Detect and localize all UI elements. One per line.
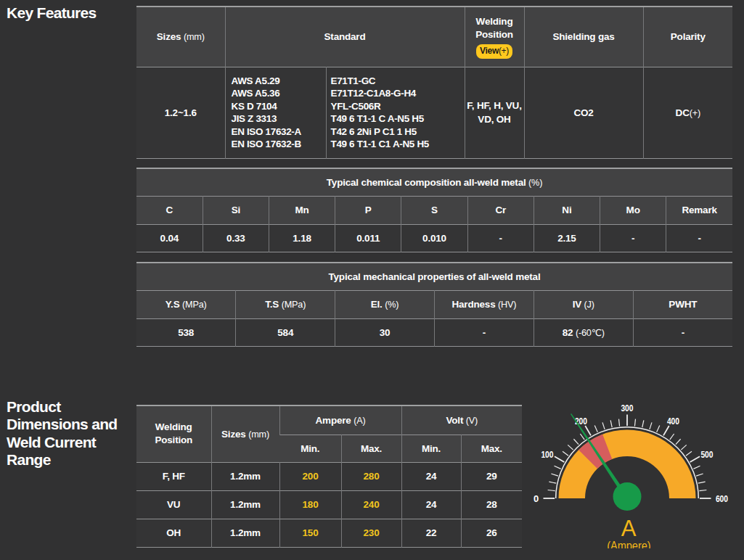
svg-text:100: 100	[541, 449, 553, 460]
svg-text:0: 0	[534, 493, 539, 504]
svg-text:200: 200	[575, 416, 587, 427]
svg-text:400: 400	[667, 416, 679, 427]
svg-text:300: 300	[621, 403, 633, 413]
svg-text:500: 500	[700, 449, 713, 460]
svg-text:600: 600	[716, 493, 728, 504]
svg-text:(Ampere): (Ampere)	[607, 539, 651, 549]
svg-text:A: A	[621, 516, 637, 541]
